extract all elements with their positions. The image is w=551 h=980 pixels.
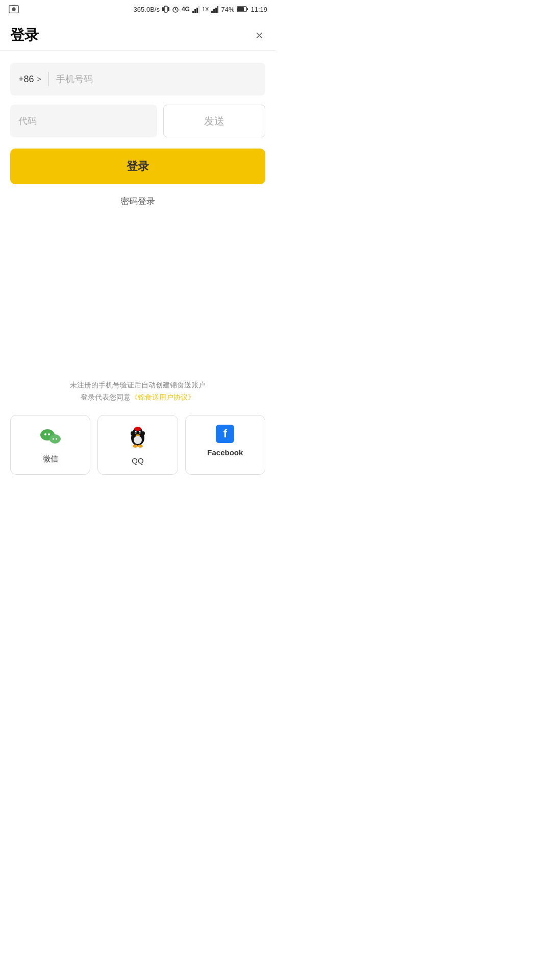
- qq-icon: [126, 425, 150, 451]
- svg-rect-13: [211, 11, 213, 13]
- svg-rect-14: [213, 9, 215, 13]
- bottom-area: 未注册的手机号验证后自动创建锦食送账户 登录代表您同意《锦食送用户协议》 微信: [0, 379, 276, 490]
- svg-point-35: [134, 436, 142, 444]
- phone-input[interactable]: [56, 74, 257, 85]
- send-code-button[interactable]: 发送: [163, 105, 265, 137]
- svg-line-8: [176, 10, 177, 10]
- page-header: 登录 ×: [0, 18, 276, 51]
- svg-rect-15: [215, 8, 217, 13]
- qq-login-button[interactable]: QQ: [97, 415, 178, 475]
- terms-link[interactable]: 《锦食送用户协议》: [131, 393, 195, 401]
- country-code-selector[interactable]: +86 >: [18, 74, 41, 85]
- svg-point-24: [53, 438, 54, 440]
- svg-rect-19: [247, 8, 248, 10]
- svg-point-21: [44, 433, 46, 435]
- code-input[interactable]: [18, 116, 149, 127]
- facebook-login-button[interactable]: f Facebook: [185, 415, 265, 475]
- svg-point-23: [49, 434, 61, 444]
- svg-rect-11: [196, 8, 198, 13]
- terms-line1: 未注册的手机号验证后自动创建锦食送账户: [10, 379, 265, 391]
- status-bar-right: 365.0B/s 4G 1X 74% 11:19: [134, 5, 267, 13]
- svg-rect-12: [198, 6, 199, 13]
- wechat-login-button[interactable]: 微信: [10, 415, 90, 475]
- svg-rect-2: [12, 5, 15, 6]
- svg-point-38: [134, 427, 141, 431]
- terms-text: 未注册的手机号验证后自动创建锦食送账户 登录代表您同意《锦食送用户协议》: [10, 379, 265, 404]
- qq-label: QQ: [132, 456, 143, 465]
- alarm-icon: [172, 6, 179, 13]
- svg-point-25: [56, 438, 57, 440]
- vibrate-icon: [162, 5, 169, 13]
- social-login-row: 微信: [10, 415, 265, 475]
- wechat-icon: [38, 425, 63, 449]
- signal-icon-1: [192, 6, 199, 13]
- status-battery-pct: 74%: [221, 6, 234, 13]
- svg-point-30: [135, 432, 136, 433]
- country-code-value: +86: [18, 74, 34, 85]
- svg-rect-9: [192, 11, 194, 13]
- wechat-label: 微信: [43, 454, 58, 464]
- battery-icon: [237, 6, 248, 12]
- svg-point-37: [138, 445, 143, 448]
- code-row: 发送: [10, 105, 265, 137]
- status-time: 11:19: [251, 6, 267, 13]
- svg-rect-18: [237, 7, 244, 11]
- close-button[interactable]: ×: [254, 27, 265, 44]
- svg-rect-5: [168, 7, 169, 11]
- status-bar: 365.0B/s 4G 1X 74% 11:19: [0, 0, 276, 18]
- terms-line2: 登录代表您同意《锦食送用户协议》: [10, 391, 265, 404]
- svg-point-32: [131, 431, 134, 435]
- password-login-link[interactable]: 密码登录: [10, 193, 265, 209]
- code-input-wrap[interactable]: [10, 105, 157, 137]
- field-divider: [48, 72, 49, 86]
- svg-rect-10: [194, 9, 196, 13]
- status-bar-photo-icon: [8, 4, 19, 15]
- svg-point-1: [12, 7, 15, 11]
- svg-rect-3: [162, 7, 164, 11]
- login-form: +86 > 发送 登录 密码登录: [0, 51, 276, 209]
- svg-rect-4: [164, 6, 167, 12]
- svg-point-33: [142, 431, 145, 435]
- facebook-icon: f: [216, 425, 234, 443]
- svg-rect-16: [217, 6, 218, 13]
- signal-icon-2: [211, 6, 218, 13]
- phone-field[interactable]: +86 >: [10, 63, 265, 95]
- status-4g: 4G: [182, 6, 190, 13]
- facebook-label: Facebook: [207, 448, 243, 457]
- page-title: 登录: [10, 26, 39, 45]
- svg-point-22: [48, 433, 50, 435]
- country-code-arrow: >: [37, 75, 41, 83]
- svg-point-31: [139, 432, 140, 433]
- status-1x: 1X: [202, 6, 209, 12]
- status-speed: 365.0B/s: [134, 6, 160, 13]
- login-button[interactable]: 登录: [10, 149, 265, 184]
- svg-point-36: [133, 445, 138, 448]
